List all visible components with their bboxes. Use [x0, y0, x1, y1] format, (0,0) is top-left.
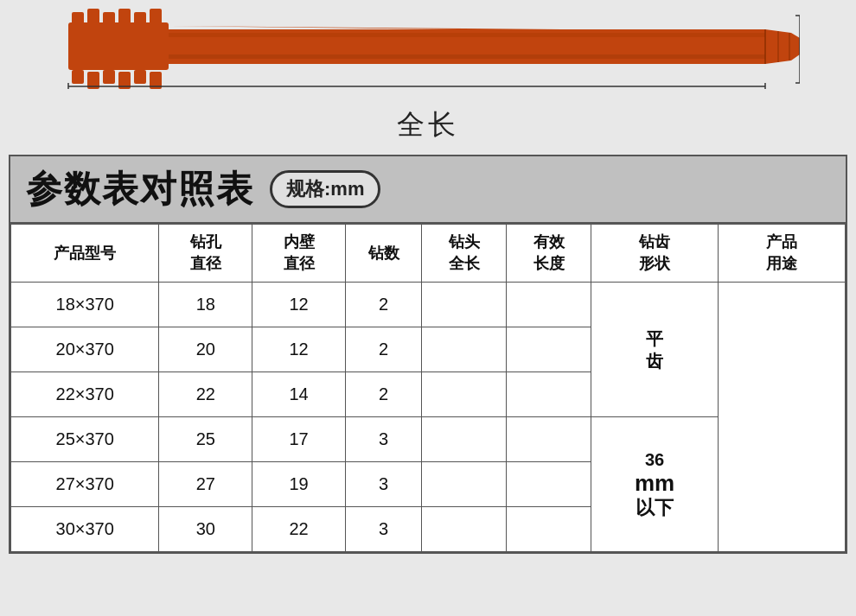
cell-drill-dia-3: 22: [159, 372, 252, 417]
dimension-line: [99, 89, 757, 105]
cell-drill-count-6: 3: [345, 507, 421, 552]
full-length-label: 全长: [397, 106, 459, 144]
cell-model-5: 27×370: [11, 462, 159, 507]
cell-model-6: 30×370: [11, 507, 159, 552]
cell-total-len-5: [422, 462, 507, 507]
cell-inner-dia-2: 12: [252, 327, 346, 372]
svg-marker-17: [765, 29, 800, 64]
tooth-size-36mm: 36mm以下: [591, 417, 719, 552]
svg-rect-11: [134, 70, 146, 84]
svg-rect-15: [169, 33, 765, 37]
col-header-drill-count: 钻数: [345, 225, 421, 283]
spec-badge: 规格:mm: [270, 170, 380, 208]
col-header-tooth-shape: 钻齿形状: [591, 225, 719, 283]
cell-drill-dia-5: 27: [159, 462, 252, 507]
table-header: 产品型号 钻孔直径 内壁直径 钻数 钻头全长 有效长度 钻齿形状 产品用途: [11, 225, 846, 283]
cell-drill-count-1: 2: [345, 283, 421, 327]
table-title: 参数表对照表: [26, 165, 254, 213]
table-header-row: 参数表对照表 规格:mm: [10, 156, 846, 224]
data-table: 产品型号 钻孔直径 内壁直径 钻数 钻头全长 有效长度 钻齿形状 产品用途 18…: [10, 224, 846, 552]
col-header-drill-dia: 钻孔直径: [159, 225, 252, 283]
cell-model-4: 25×370: [11, 417, 159, 462]
cell-model-2: 20×370: [11, 327, 159, 372]
cell-eff-len-1: [507, 283, 591, 327]
cell-inner-dia-5: 19: [252, 462, 346, 507]
cell-drill-count-3: 2: [345, 372, 421, 417]
cell-inner-dia-1: 12: [252, 283, 346, 327]
cell-drill-count-4: 3: [345, 417, 421, 462]
svg-rect-7: [72, 70, 84, 84]
cell-drill-dia-6: 30: [159, 507, 252, 552]
cell-total-len-2: [422, 327, 507, 372]
col-header-total-len: 钻头全长: [422, 225, 507, 283]
col-header-usage: 产品用途: [719, 225, 846, 283]
cell-drill-count-5: 3: [345, 462, 421, 507]
drill-illustration: 全长: [0, 0, 856, 151]
tooth-shape-flat: 平齿: [591, 283, 719, 417]
cell-inner-dia-4: 17: [252, 417, 346, 462]
col-header-eff-len: 有效长度: [507, 225, 591, 283]
cell-inner-dia-3: 14: [252, 372, 346, 417]
cell-drill-dia-1: 18: [159, 283, 252, 327]
cell-total-len-4: [422, 417, 507, 462]
cell-drill-count-2: 2: [345, 327, 421, 372]
cell-model-3: 22×370: [11, 372, 159, 417]
cell-total-len-6: [422, 507, 507, 552]
cell-eff-len-2: [507, 327, 591, 372]
table-row: 18×370 18 12 2 平齿: [11, 283, 846, 327]
table-section: 参数表对照表 规格:mm 产品型号 钻孔直径 内壁直径 钻数 钻头全长 有效长度…: [9, 155, 847, 554]
cell-eff-len-6: [507, 507, 591, 552]
svg-rect-16: [169, 54, 765, 59]
cell-model-1: 18×370: [11, 283, 159, 327]
page-wrapper: 全长 参数表对照表 规格:mm 产品型号 钻孔直径 内壁直径 钻数 钻头全长 有…: [0, 0, 856, 616]
cell-total-len-3: [422, 372, 507, 417]
col-header-model: 产品型号: [11, 225, 159, 283]
drill-svg: [56, 7, 800, 89]
cell-eff-len-5: [507, 462, 591, 507]
cell-eff-len-3: [507, 372, 591, 417]
cell-drill-dia-4: 25: [159, 417, 252, 462]
cell-inner-dia-6: 22: [252, 507, 346, 552]
cell-eff-len-4: [507, 417, 591, 462]
usage-cell: [719, 283, 846, 552]
cell-total-len-1: [422, 283, 507, 327]
col-header-inner-dia: 内壁直径: [252, 225, 346, 283]
cell-drill-dia-2: 20: [159, 327, 252, 372]
svg-rect-6: [68, 22, 169, 70]
svg-rect-9: [103, 70, 115, 84]
